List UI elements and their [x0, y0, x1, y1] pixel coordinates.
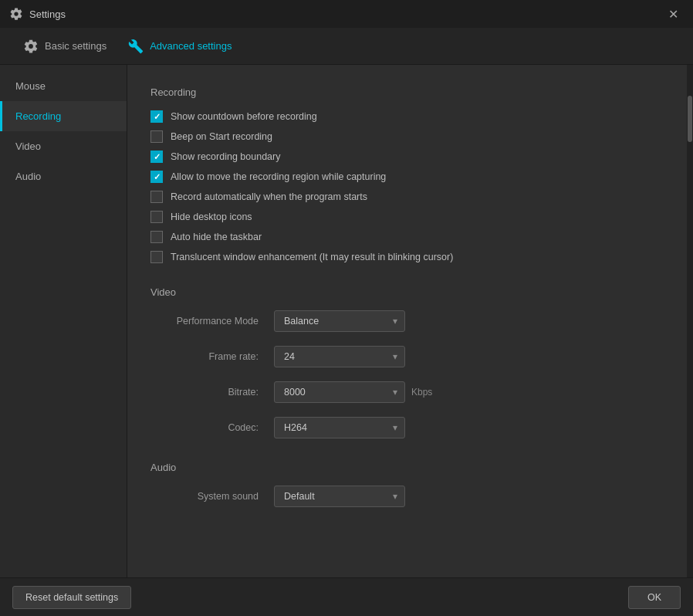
- main-panel: Recording Show countdown before recordin…: [127, 65, 687, 577]
- checkbox-allow-move-label[interactable]: Allow to move the recording region while…: [171, 171, 386, 182]
- content-area: Mouse Recording Video Audio Recording Sh…: [0, 65, 693, 577]
- frame-rate-wrapper: 24 30 60: [274, 346, 405, 367]
- sidebar-item-audio[interactable]: Audio: [0, 161, 127, 191]
- checkbox-boundary: Show recording boundary: [150, 151, 664, 163]
- checkbox-auto-hide-taskbar-input[interactable]: [150, 231, 163, 243]
- performance-mode-select[interactable]: Balance Quality Speed: [274, 310, 405, 332]
- video-section-header: Video: [150, 286, 664, 298]
- audio-section: Audio System sound Default None: [150, 462, 664, 507]
- checkbox-beep-label[interactable]: Beep on Start recording: [171, 131, 272, 142]
- sidebar-item-video[interactable]: Video: [0, 131, 127, 161]
- performance-mode-row: Performance Mode Balance Quality Speed: [150, 310, 664, 332]
- frame-rate-select[interactable]: 24 30 60: [274, 346, 405, 367]
- checkbox-boundary-label[interactable]: Show recording boundary: [171, 151, 280, 162]
- tab-basic-settings[interactable]: Basic settings: [12, 32, 117, 60]
- bitrate-row: Bitrate: 8000 4000 16000 Kbps: [150, 381, 664, 403]
- checkbox-hide-icons: Hide desktop icons: [150, 211, 664, 223]
- checkbox-hide-icons-input[interactable]: [150, 211, 163, 223]
- codec-label: Codec:: [150, 422, 274, 433]
- checkbox-auto-hide-taskbar-label[interactable]: Auto hide the taskbar: [171, 232, 262, 242]
- tab-advanced-label: Advanced settings: [150, 40, 232, 52]
- audio-section-header: Audio: [150, 462, 664, 473]
- checkbox-auto-record-label[interactable]: Record automatically when the program st…: [171, 191, 367, 202]
- frame-rate-label: Frame rate:: [150, 351, 274, 362]
- tab-basic-label: Basic settings: [45, 40, 106, 52]
- system-sound-select[interactable]: Default None: [274, 486, 405, 507]
- bitrate-label: Bitrate:: [150, 387, 274, 398]
- settings-window: Settings ✕ Basic settings Advanced setti…: [0, 0, 693, 616]
- checkbox-translucent: Translucent window enhancement (It may r…: [150, 251, 664, 263]
- scrollbar-track[interactable]: [687, 65, 693, 577]
- close-button[interactable]: ✕: [662, 3, 684, 25]
- codec-row: Codec: H264 H265 VP9: [150, 417, 664, 438]
- checkbox-beep: Beep on Start recording: [150, 130, 664, 143]
- checkbox-beep-input[interactable]: [150, 130, 163, 143]
- ok-button[interactable]: OK: [628, 586, 681, 609]
- sidebar-item-recording[interactable]: Recording: [0, 101, 127, 131]
- scrollbar-thumb[interactable]: [688, 96, 692, 142]
- settings-icon: [9, 7, 23, 21]
- checkbox-translucent-label[interactable]: Translucent window enhancement (It may r…: [171, 252, 453, 262]
- system-sound-wrapper: Default None: [274, 486, 405, 507]
- codec-select[interactable]: H264 H265 VP9: [274, 417, 405, 438]
- bitrate-wrapper: 8000 4000 16000: [274, 381, 405, 403]
- video-section: Video Performance Mode Balance Quality S…: [150, 286, 664, 438]
- checkbox-hide-icons-label[interactable]: Hide desktop icons: [171, 212, 252, 222]
- sidebar-item-mouse[interactable]: Mouse: [0, 71, 127, 101]
- basic-settings-icon: [23, 39, 39, 54]
- bitrate-select[interactable]: 8000 4000 16000: [274, 381, 405, 403]
- checkbox-auto-hide-taskbar: Auto hide the taskbar: [150, 231, 664, 243]
- tab-advanced-settings[interactable]: Advanced settings: [117, 32, 242, 60]
- tab-bar: Basic settings Advanced settings: [0, 28, 693, 65]
- window-title: Settings: [29, 8, 66, 20]
- checkbox-countdown: Show countdown before recording: [150, 110, 664, 123]
- checkbox-auto-record: Record automatically when the program st…: [150, 191, 664, 203]
- frame-rate-row: Frame rate: 24 30 60: [150, 346, 664, 367]
- checkbox-countdown-label[interactable]: Show countdown before recording: [171, 111, 317, 122]
- reset-button[interactable]: Reset default settings: [12, 586, 131, 609]
- bottom-bar: Reset default settings OK: [0, 577, 693, 616]
- checkbox-allow-move-input[interactable]: [150, 171, 163, 183]
- checkbox-countdown-input[interactable]: [150, 110, 163, 123]
- checkbox-auto-record-input[interactable]: [150, 191, 163, 203]
- performance-mode-label: Performance Mode: [150, 316, 274, 327]
- advanced-settings-icon: [128, 39, 144, 54]
- checkbox-translucent-input[interactable]: [150, 251, 163, 263]
- system-sound-label: System sound: [150, 491, 274, 502]
- bitrate-unit: Kbps: [411, 387, 432, 398]
- title-bar: Settings ✕: [0, 0, 693, 28]
- codec-wrapper: H264 H265 VP9: [274, 417, 405, 438]
- checkbox-boundary-input[interactable]: [150, 151, 163, 163]
- sidebar: Mouse Recording Video Audio: [0, 65, 127, 577]
- system-sound-row: System sound Default None: [150, 486, 664, 507]
- performance-mode-wrapper: Balance Quality Speed: [274, 310, 405, 332]
- checkbox-allow-move: Allow to move the recording region while…: [150, 171, 664, 183]
- recording-section-header: Recording: [150, 86, 664, 98]
